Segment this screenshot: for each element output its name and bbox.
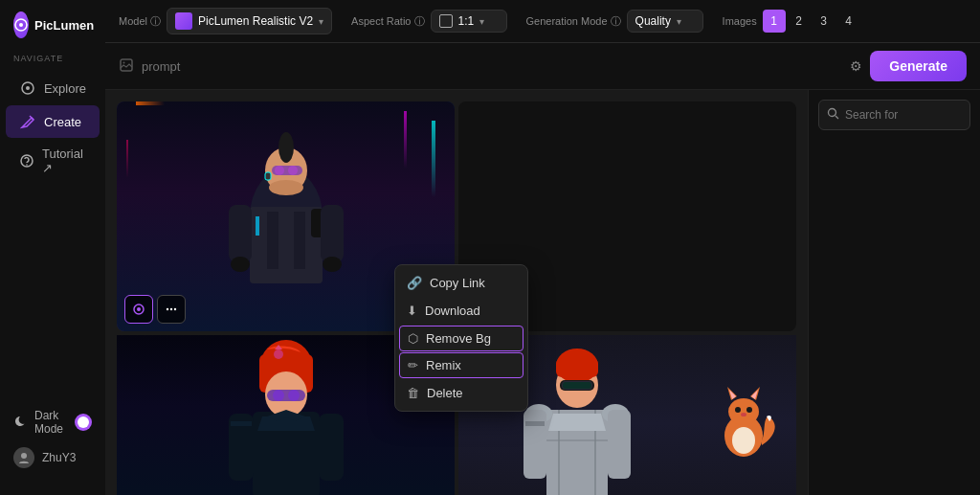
delete-label: Delete: [427, 386, 463, 400]
explore-label: Explore: [44, 81, 86, 96]
aspect-label: Aspect Ratio ⓘ: [351, 14, 424, 29]
sidebar-item-explore[interactable]: Explore: [6, 72, 100, 104]
username: ZhuY3: [42, 451, 76, 464]
aspect-icon: [439, 14, 453, 28]
search-box: [818, 100, 970, 130]
aspect-value: 1:1: [458, 14, 475, 28]
image-1-actions: [124, 295, 186, 324]
svg-rect-53: [563, 382, 591, 389]
aspect-group: Aspect Ratio ⓘ 1:1 ▾: [351, 10, 506, 33]
svg-rect-17: [280, 136, 292, 155]
svg-rect-22: [265, 172, 271, 180]
prompt-row: ⚙ Generate: [105, 43, 980, 90]
remove-bg-icon: ⬡: [408, 331, 418, 346]
img-count-4[interactable]: 4: [837, 10, 860, 33]
search-input[interactable]: [845, 108, 962, 122]
svg-rect-13: [256, 216, 259, 236]
model-thumb-icon: [175, 12, 192, 30]
delete-icon: 🗑: [407, 386, 419, 400]
logo-area: PicLumen: [0, 11, 105, 54]
svg-rect-11: [267, 212, 278, 269]
svg-line-67: [835, 116, 838, 119]
img-count-2[interactable]: 2: [788, 10, 811, 33]
right-panel: [808, 90, 980, 495]
svg-point-36: [274, 349, 283, 359]
model-chevron-icon: ▾: [319, 16, 323, 27]
content-area: 🔗 Copy Link ⬇ Download ⬡ Remove Bg ✏ Rem…: [105, 90, 980, 495]
svg-point-29: [137, 307, 141, 311]
model-label: Model ⓘ: [119, 14, 161, 29]
search-icon: [827, 106, 839, 124]
context-remove-bg[interactable]: ⬡ Remove Bg: [399, 326, 523, 351]
svg-point-20: [288, 166, 298, 175]
gen-mode-chevron-icon: ▾: [677, 16, 681, 27]
img-count-1[interactable]: 1: [763, 10, 786, 33]
svg-rect-42: [319, 414, 344, 481]
sidebar-bottom: Dark Mode ZhuY3: [0, 394, 105, 484]
svg-point-1: [19, 23, 23, 27]
svg-point-39: [273, 390, 284, 401]
image-1-view-btn[interactable]: [124, 295, 153, 324]
svg-point-62: [735, 407, 741, 413]
remix-label: Remix: [426, 358, 461, 372]
context-remix[interactable]: ✏ Remix: [399, 352, 523, 378]
tutorial-label: Tutorial ↗: [42, 146, 86, 175]
gen-mode-value: Quality: [635, 14, 671, 28]
generate-button[interactable]: Generate: [870, 51, 967, 81]
images-label: Images: [723, 15, 757, 27]
gen-mode-group: Generation Mode ⓘ Quality ▾: [526, 10, 703, 33]
svg-point-32: [174, 308, 176, 310]
svg-rect-24: [229, 205, 252, 262]
explore-icon: [19, 79, 36, 97]
svg-point-8: [123, 61, 125, 63]
images-group: Images 1 2 3 4: [723, 10, 860, 33]
copy-link-label: Copy Link: [430, 276, 485, 290]
prompt-input[interactable]: [142, 59, 842, 74]
context-menu: 🔗 Copy Link ⬇ Download ⬡ Remove Bg ✏ Rem…: [394, 264, 528, 412]
img-count-3[interactable]: 3: [813, 10, 835, 33]
download-label: Download: [425, 304, 480, 318]
svg-point-63: [746, 407, 752, 413]
model-value: PicLumen Realistic V2: [198, 14, 313, 28]
sidebar: PicLumen NAVIGATE Explore Create Tutoria…: [0, 0, 105, 495]
svg-point-65: [732, 427, 755, 454]
svg-point-27: [323, 257, 342, 272]
svg-point-40: [288, 390, 300, 401]
gen-mode-label: Generation Mode ⓘ: [526, 14, 621, 29]
avatar: [13, 447, 34, 468]
nav-label: NAVIGATE: [0, 54, 105, 71]
tutorial-icon: [19, 152, 34, 169]
svg-rect-25: [321, 205, 344, 262]
context-download[interactable]: ⬇ Download: [395, 297, 527, 325]
svg-point-6: [21, 453, 27, 459]
image-1-more-btn[interactable]: [157, 295, 186, 324]
settings-icon[interactable]: ⚙: [850, 58, 862, 74]
svg-rect-54: [523, 410, 546, 479]
create-icon: [19, 113, 36, 130]
context-copy-link[interactable]: 🔗 Copy Link: [395, 269, 527, 297]
sidebar-item-tutorial[interactable]: Tutorial ↗: [6, 139, 100, 183]
download-icon: ⬇: [407, 304, 417, 318]
image-card-1[interactable]: 🔗 Copy Link ⬇ Download ⬡ Remove Bg ✏ Rem…: [117, 101, 455, 331]
svg-rect-50: [556, 358, 598, 377]
sidebar-item-create[interactable]: Create: [6, 105, 100, 138]
svg-point-30: [167, 308, 168, 310]
svg-point-3: [26, 86, 30, 90]
dark-mode-toggle[interactable]: [75, 414, 92, 431]
svg-point-21: [269, 180, 303, 195]
image-count-selector: 1 2 3 4: [763, 10, 860, 33]
main-content: Model ⓘ PicLumen Realistic V2 ▾ Aspect R…: [105, 0, 980, 495]
dark-mode-row: Dark Mode: [6, 403, 100, 441]
aspect-select[interactable]: 1:1 ▾: [431, 10, 507, 33]
svg-point-66: [829, 109, 836, 117]
svg-point-19: [275, 166, 284, 175]
user-row: ZhuY3: [6, 441, 100, 474]
svg-point-31: [170, 308, 172, 310]
toolbar: Model ⓘ PicLumen Realistic V2 ▾ Aspect R…: [105, 0, 980, 43]
model-select[interactable]: PicLumen Realistic V2 ▾: [167, 8, 332, 34]
context-delete[interactable]: 🗑 Delete: [395, 379, 527, 407]
logo-icon: [13, 11, 29, 38]
logo-text: PicLumen: [34, 18, 94, 33]
gen-mode-select[interactable]: Quality ▾: [627, 10, 703, 33]
create-label: Create: [44, 115, 81, 129]
